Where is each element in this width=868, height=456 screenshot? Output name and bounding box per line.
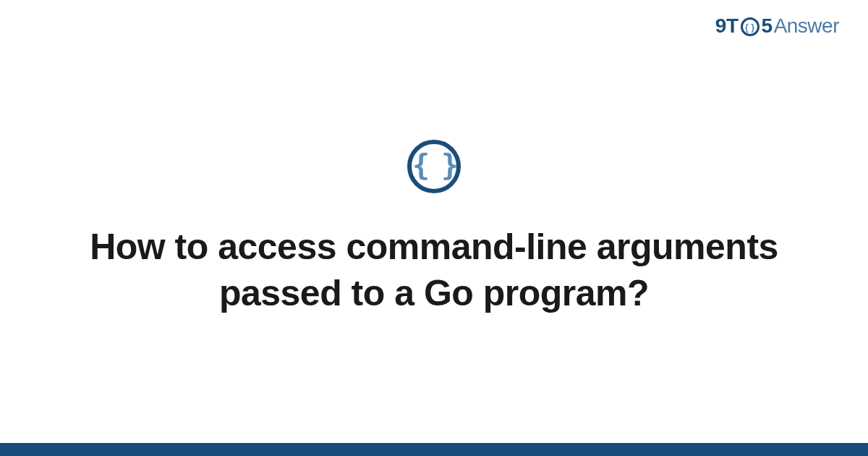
code-braces-icon: { } bbox=[407, 140, 461, 193]
main-content: { } How to access command-line arguments… bbox=[0, 0, 868, 456]
question-title: How to access command-line arguments pas… bbox=[87, 224, 781, 316]
footer-accent-bar bbox=[0, 443, 868, 456]
braces-glyph: { } bbox=[412, 148, 456, 182]
